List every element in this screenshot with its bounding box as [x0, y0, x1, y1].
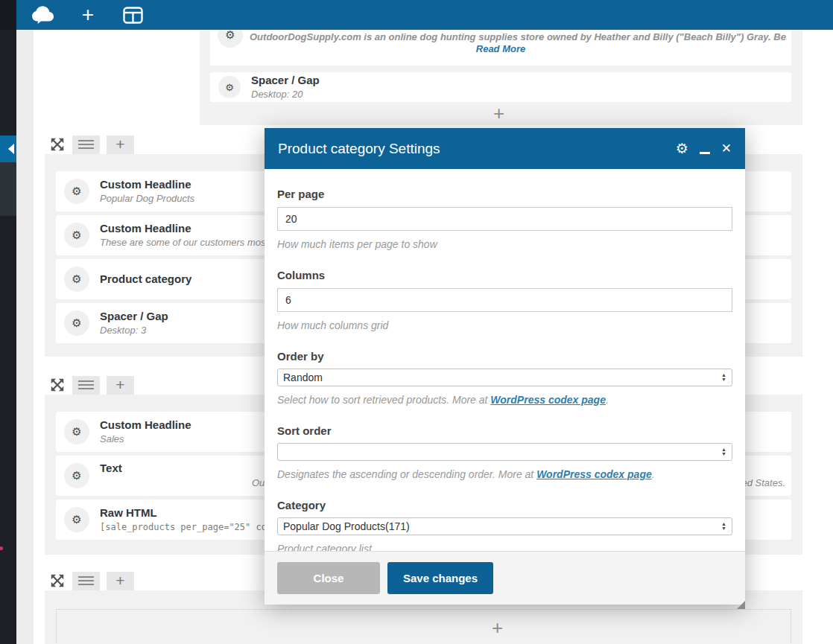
- gear-icon[interactable]: ⚙: [64, 463, 89, 488]
- spacer-element-card[interactable]: ⚙ Spacer / Gap Desktop: 20: [210, 72, 791, 102]
- element-title: Custom Headline: [100, 418, 191, 432]
- add-icon[interactable]: +: [75, 0, 101, 30]
- element-subtitle: These are some of our customers most pop: [100, 237, 287, 249]
- gear-icon[interactable]: ⚙: [64, 179, 89, 204]
- sort-order-select[interactable]: ▲▼: [277, 443, 732, 461]
- element-title: Product category: [100, 272, 191, 286]
- read-more-link[interactable]: Read More: [210, 43, 791, 54]
- select-spinner-icon: ▲▼: [721, 522, 726, 531]
- gear-icon[interactable]: ⚙: [64, 507, 89, 532]
- element-subtitle: Desktop: 3: [100, 325, 168, 337]
- field-label: Columns: [277, 269, 732, 281]
- field-label: Sort order: [277, 424, 732, 437]
- element-title: Text: [100, 462, 122, 475]
- save-changes-button[interactable]: Save changes: [387, 562, 493, 594]
- vc-logo-icon[interactable]: [28, 0, 57, 30]
- field-help: How much items per page to show: [277, 238, 732, 251]
- section-toolbar: +: [48, 135, 134, 154]
- element-title: Spacer / Gap: [251, 74, 320, 87]
- gear-icon[interactable]: ⚙: [218, 76, 241, 98]
- element-subtitle: Desktop: 20: [251, 89, 320, 101]
- move-icon: [49, 573, 66, 589]
- close-icon[interactable]: ✕: [721, 141, 732, 156]
- wordpress-codex-link[interactable]: WordPress codex page: [490, 394, 606, 406]
- per-page-input[interactable]: [277, 207, 732, 231]
- select-value: Random: [283, 372, 721, 383]
- minimize-icon[interactable]: [700, 152, 710, 154]
- select-value: Popular Dog Products(171): [283, 520, 721, 532]
- select-spinner-icon: ▲▼: [721, 447, 726, 456]
- field-label: Per page: [277, 188, 732, 200]
- frontend-editor-screen: ⚙ OutdoorDogSupply.com is an online dog …: [0, 0, 833, 644]
- sidebar-active-item[interactable]: [0, 162, 16, 216]
- section-toolbar: +: [48, 375, 134, 395]
- modal-header[interactable]: Product category Settings ⚙ ✕: [265, 128, 745, 169]
- text-element-preview: OutdoorDogSupply.com is an online dog hu…: [250, 31, 787, 42]
- gear-icon[interactable]: ⚙: [64, 223, 89, 248]
- columns-input[interactable]: [277, 288, 732, 312]
- hamburger-icon: [78, 140, 94, 149]
- drag-section-handle[interactable]: [48, 136, 66, 153]
- hamburger-icon: [78, 576, 94, 585]
- drag-section-handle[interactable]: [48, 377, 66, 394]
- section-toolbar: +: [48, 571, 134, 590]
- element-subtitle: Popular Dog Products: [100, 193, 194, 205]
- section-add-button[interactable]: +: [107, 572, 134, 590]
- add-element-button[interactable]: +: [493, 104, 504, 122]
- order-by-select[interactable]: Random ▲▼: [277, 369, 732, 386]
- empty-row-dropzone[interactable]: [56, 609, 791, 644]
- section-add-button[interactable]: +: [107, 376, 134, 395]
- element-title: Spacer / Gap: [100, 310, 168, 323]
- row-container-top: ⚙ OutdoorDogSupply.com is an online dog …: [200, 30, 802, 125]
- element-subtitle: [sale_products per_page="25" colum: [100, 521, 283, 533]
- section-menu-button[interactable]: [72, 136, 100, 154]
- notification-dot: [0, 546, 3, 550]
- modal-title: Product category Settings: [278, 141, 676, 157]
- product-category-settings-modal: Product category Settings ⚙ ✕ Per page H…: [265, 128, 745, 605]
- element-title: Custom Headline: [100, 178, 194, 191]
- admin-sidebar: [0, 30, 16, 644]
- field-label: Category: [277, 499, 732, 511]
- hamburger-icon: [78, 380, 94, 389]
- modal-settings-gear-icon[interactable]: ⚙: [676, 140, 688, 157]
- move-icon: [49, 136, 66, 153]
- field-help: Designates the ascending or descending o…: [277, 468, 732, 481]
- sidebar-collapse-button[interactable]: [0, 136, 16, 162]
- element-subtitle: Sales: [100, 433, 191, 445]
- section-menu-button[interactable]: [72, 376, 100, 395]
- add-element-button[interactable]: +: [492, 619, 503, 637]
- field-label: Order by: [277, 350, 732, 363]
- section-add-button[interactable]: +: [107, 136, 134, 154]
- move-icon: [49, 377, 66, 393]
- top-bar-corner: [0, 0, 16, 30]
- field-help: Select how to sort retrieved products. M…: [277, 394, 732, 407]
- category-select[interactable]: Popular Dog Products(171) ▲▼: [277, 517, 732, 535]
- select-spinner-icon: ▲▼: [721, 373, 726, 382]
- text-element-card[interactable]: ⚙ OutdoorDogSupply.com is an online dog …: [210, 27, 791, 66]
- drag-section-handle[interactable]: [48, 573, 66, 590]
- close-button[interactable]: Close: [277, 562, 380, 594]
- modal-resize-handle[interactable]: [737, 601, 745, 609]
- section-menu-button[interactable]: [72, 572, 100, 590]
- admin-top-bar: +: [0, 0, 833, 30]
- plus-icon: +: [115, 573, 124, 588]
- element-title: Raw HTML: [100, 506, 283, 520]
- chevron-left-icon: [8, 144, 14, 154]
- field-help: How much columns grid: [277, 319, 732, 332]
- gear-icon[interactable]: ⚙: [64, 267, 89, 292]
- plus-icon: +: [115, 377, 124, 392]
- gear-icon[interactable]: ⚙: [64, 419, 89, 444]
- gear-icon[interactable]: ⚙: [64, 310, 89, 336]
- plus-icon: +: [115, 137, 124, 152]
- element-title: Custom Headline: [100, 222, 287, 235]
- layout-icon[interactable]: [119, 0, 146, 30]
- modal-body: Per page How much items per page to show…: [265, 188, 745, 555]
- modal-footer: Close Save changes: [265, 551, 745, 605]
- wordpress-codex-link[interactable]: WordPress codex page: [536, 468, 652, 480]
